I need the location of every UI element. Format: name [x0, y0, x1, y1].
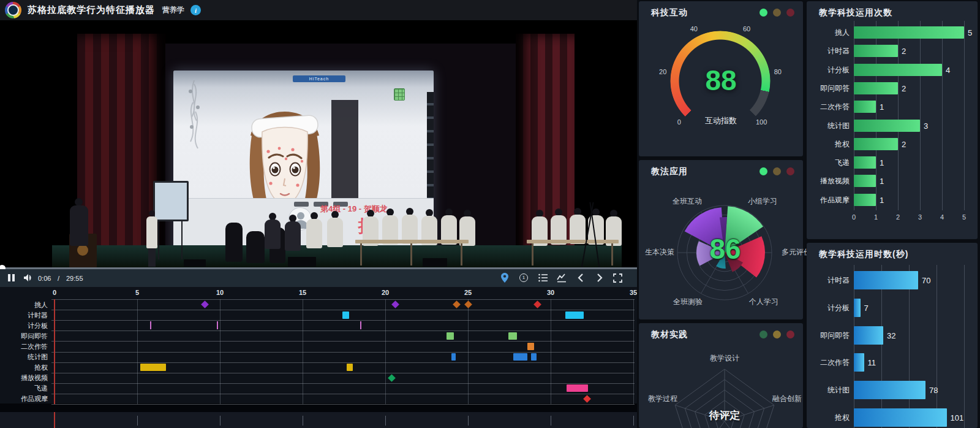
duration: 29:55 [66, 275, 83, 282]
timeline-event-bar[interactable] [451, 353, 456, 361]
timeline-event-diamond[interactable] [583, 395, 591, 403]
bar-category-label: 二次作答 [807, 357, 850, 368]
timeline-axis-tick: 35 [630, 289, 637, 296]
timeline-event-diamond[interactable] [391, 300, 399, 308]
bar-category-label: 计时器 [807, 275, 850, 286]
timeline-event-bar[interactable] [531, 353, 537, 361]
usage-count-chart: 挑人5计时器2计分板4即问即答2二次作答1统计图3抢权2飞递1播放视频1作品观摩… [807, 1, 978, 239]
student-figure [549, 208, 568, 262]
radar-axis-label: 融合创新 [772, 394, 802, 404]
gauge-tick-label: 40 [690, 25, 698, 32]
whiteboard-leg [181, 221, 183, 259]
bar [854, 120, 920, 132]
numbered-list-icon[interactable] [537, 272, 549, 283]
crew-figure [225, 223, 243, 262]
timeline-event-bar[interactable] [527, 343, 534, 350]
timeline-event-diamond[interactable] [201, 300, 209, 308]
pin-icon[interactable] [499, 272, 511, 283]
radar-status: 待评定 [694, 408, 755, 422]
timeline-gridline [51, 320, 635, 321]
timeline-event-diamond[interactable] [388, 374, 396, 382]
info-circle-icon[interactable]: 1 [518, 272, 530, 283]
line-chart-icon[interactable] [556, 272, 568, 283]
banner-tab [294, 202, 309, 207]
timeline-event-bar[interactable] [567, 384, 588, 392]
bar [854, 45, 898, 57]
bar-value: 3 [924, 121, 928, 130]
bar [854, 101, 876, 113]
timeline-event-bar[interactable] [565, 311, 584, 319]
bar-value: 4 [946, 65, 950, 74]
gauge-tick-label: 80 [774, 68, 782, 75]
timeline-event-diamond[interactable] [453, 300, 461, 308]
bar-value: 1 [880, 102, 884, 112]
timeline-gridline [51, 331, 635, 331]
stage-speaker [184, 259, 206, 267]
fullscreen-icon[interactable] [611, 272, 624, 283]
bar-value: 7 [864, 303, 869, 312]
timeline-section[interactable]: 05101520253035挑人计时器计分板即问即答二次作答统计图抢权播放视频飞… [0, 287, 637, 428]
timeline-event-bar[interactable] [140, 364, 166, 371]
timeline-event-tick[interactable] [150, 321, 151, 329]
gauge-tick-label: 60 [743, 25, 750, 32]
bar-value: 2 [902, 83, 906, 93]
prev-icon[interactable] [575, 272, 587, 283]
player-controls: 0:06 / 29:55 1 [0, 269, 637, 287]
timeline-event-diamond[interactable] [464, 300, 472, 308]
minimap-strip[interactable] [0, 412, 637, 428]
panel-usage-seconds: 教学科技运用时数(秒) 计时器70计分板7即问即答32二次作答11统计图78抢权… [807, 243, 978, 428]
app-title: 苏格拉底教学行为特征播放器 [28, 4, 155, 16]
timeline-row-label: 抢权 [0, 363, 48, 372]
bar-value: 5 [968, 28, 972, 37]
info-icon[interactable]: i [190, 5, 201, 15]
bar-category-label: 播放视频 [807, 176, 850, 186]
bar-category-label: 抢权 [807, 413, 850, 423]
bar-value: 32 [887, 331, 895, 340]
minimap-tick [303, 416, 303, 426]
course-name[interactable]: 营养学 [162, 5, 184, 15]
timeline-event-bar[interactable] [513, 353, 527, 361]
pause-button[interactable] [5, 272, 17, 283]
volume-icon[interactable] [22, 272, 34, 283]
timeline-row-label: 统计图 [0, 353, 48, 362]
bar-category-label: 抢权 [807, 139, 850, 149]
minimap-playhead[interactable] [54, 412, 55, 428]
rose-axis-label: 全班测验 [673, 297, 703, 307]
timeline-gridline [51, 362, 635, 363]
timeline-event-diamond[interactable] [533, 300, 541, 308]
x-axis-tick: 0 [852, 213, 856, 221]
student-body [265, 220, 281, 249]
gauge-tick-label: 100 [756, 118, 767, 126]
student-figure [440, 208, 458, 262]
timeline-event-tick[interactable] [360, 321, 361, 329]
student-figure [326, 211, 344, 265]
next-icon[interactable] [594, 272, 606, 283]
timeline-event-tick[interactable] [217, 321, 218, 329]
timeline-gridline [51, 383, 635, 384]
video-viewport[interactable]: HiTeach [0, 20, 637, 268]
panel-material-practice: 教材实践 教学设计融合创新教学过程 待评定 [639, 323, 803, 428]
classroom-table [527, 240, 619, 243]
radar-axis-label: 教学设计 [710, 353, 739, 364]
bar [854, 26, 964, 39]
student-body [285, 221, 301, 251]
presenter-legs [148, 248, 156, 267]
timeline-playhead[interactable] [54, 299, 55, 404]
timeline-row-label: 播放视频 [0, 373, 48, 383]
student-figure [381, 208, 399, 262]
timeline-event-bar[interactable] [447, 332, 454, 340]
panel-teaching-method: 教法应用 全班互动小组学习多元评价个人学习全班测验生本决策 86 [639, 160, 803, 319]
bar-value: 1 [880, 195, 884, 204]
student-body [327, 218, 343, 247]
timeline-event-bar[interactable] [342, 311, 349, 319]
chart-gridline [964, 265, 965, 428]
bar-category-label: 挑人 [807, 28, 850, 38]
minimap-tick [551, 416, 551, 426]
bar [854, 175, 876, 187]
bar-value: 2 [902, 47, 906, 56]
timeline-event-bar[interactable] [347, 364, 353, 371]
timeline-event-bar[interactable] [508, 332, 517, 340]
gauge: 88 互动指数 020406080100 [639, 1, 803, 156]
calculator-icon [394, 88, 405, 101]
minimap-tick [633, 416, 634, 426]
